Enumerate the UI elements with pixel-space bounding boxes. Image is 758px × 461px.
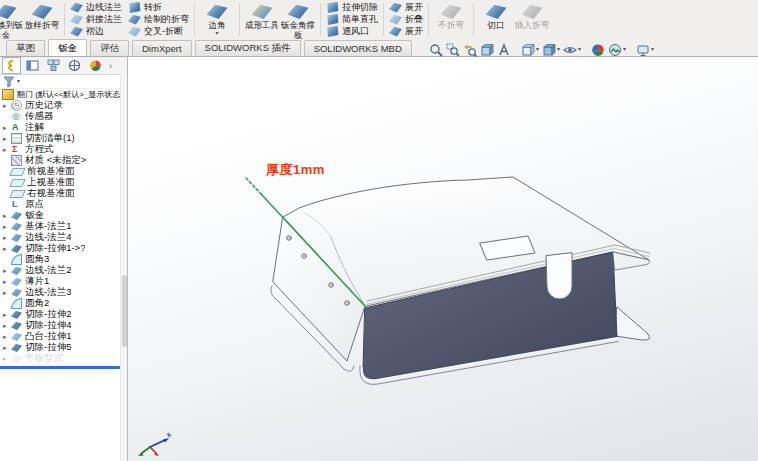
tree-item-equations[interactable]: 方程式	[0, 144, 127, 155]
rip-button[interactable]: 切口	[478, 0, 514, 39]
tree-item-cut-extrude5[interactable]: 切除-拉伸5	[0, 342, 127, 353]
view-settings-icon[interactable]	[635, 43, 650, 57]
dropdown-caret-icon[interactable]: ▾	[17, 79, 20, 84]
zoom-fit-icon[interactable]	[428, 43, 443, 57]
tree-item-edge-flange3[interactable]: 边线-法兰3	[0, 287, 127, 298]
forming-tool-button[interactable]: 成形工具	[244, 0, 280, 39]
panel-tabs-overflow-button[interactable]	[109, 61, 112, 71]
tab-evaluate[interactable]: 评估	[90, 40, 129, 56]
group-separator	[194, 3, 195, 36]
flange-hole[interactable]	[302, 254, 307, 259]
3d-model[interactable]	[128, 57, 758, 461]
u-slot[interactable]	[546, 253, 572, 299]
flange-hole[interactable]	[345, 301, 350, 306]
flatten-button[interactable]: 展开	[387, 26, 425, 37]
tree-item-edge-flange2[interactable]: 边线-法兰2	[0, 265, 127, 276]
tree-item-front-plane[interactable]: 前视基准面	[0, 166, 127, 177]
group-separator	[64, 3, 65, 36]
extruded-cut-icon	[326, 2, 339, 14]
base-flange-icon	[11, 222, 22, 232]
tree-item-fillet2[interactable]: 圆角2	[0, 298, 127, 309]
edge-flange-icon	[11, 266, 22, 276]
tree-item-flat-pattern[interactable]: 平板型式	[0, 353, 127, 364]
fold-button[interactable]: 折叠	[387, 14, 425, 25]
tree-item-sheetmetal[interactable]: 钣金	[0, 210, 127, 221]
vent-button[interactable]: 通风口	[324, 26, 380, 37]
sketched-bend-icon	[128, 14, 141, 26]
edit-appearance-icon[interactable]	[590, 43, 605, 57]
group-separator	[428, 3, 429, 36]
tree-item-boss-extrude1[interactable]: 凸台-拉伸1	[0, 331, 127, 342]
model-right-tab[interactable]	[615, 307, 650, 340]
dimxpertmanager-tab[interactable]	[65, 57, 84, 74]
feature-tree: 翻门 (默认<<默认>_显示状态 1>)->? 历史记录 传感器 注解 切割清单…	[0, 89, 127, 369]
tree-item-base-flange1[interactable]: 基体-法兰1	[0, 221, 127, 232]
tree-item-tab1[interactable]: 薄片1	[0, 276, 127, 287]
insert-bends-button: 插入折弯	[514, 0, 550, 39]
lofted-bend-button[interactable]: 放样折弯	[24, 0, 60, 39]
tree-item-cutlist[interactable]: 切割清单(1)	[0, 133, 127, 144]
extruded-cut-button[interactable]: 拉伸切除	[324, 2, 380, 13]
tree-item-fillet3[interactable]: 圆角3	[0, 254, 127, 265]
dropdown-caret-icon[interactable]: ▾	[651, 47, 654, 52]
tree-item-sensors[interactable]: 传感器	[0, 111, 127, 122]
tree-item-origin[interactable]: 原点	[0, 199, 127, 210]
scrollbar-thumb[interactable]	[122, 275, 127, 347]
rollback-bar[interactable]	[0, 366, 121, 369]
tab-sheetmetal[interactable]: 钣金	[48, 39, 87, 56]
displaymanager-tab[interactable]	[86, 57, 105, 74]
sheetmetal-gusset-button[interactable]: 钣金角撑板	[280, 0, 316, 39]
hem-button[interactable]: 褶边	[68, 26, 124, 37]
tree-item-top-plane[interactable]: 上视基准面	[0, 177, 127, 188]
sheetmetal-gusset-icon	[288, 3, 309, 20]
sketched-bend-button[interactable]: 绘制的折弯	[126, 14, 191, 25]
plane-icon	[9, 179, 25, 187]
tree-item-annotations[interactable]: 注解	[0, 122, 127, 133]
tree-item-cut-extrude1[interactable]: 切除-拉伸1->?	[0, 243, 127, 254]
filter-funnel-icon[interactable]	[3, 76, 15, 88]
dropdown-caret-icon[interactable]: ▾	[215, 31, 218, 36]
tree-item-cut-extrude4[interactable]: 切除-拉伸4	[0, 320, 127, 331]
tab-sketch[interactable]: 草图	[6, 40, 45, 56]
section-view-icon[interactable]	[479, 43, 494, 57]
tree-item-cut-extrude2[interactable]: 切除-拉伸2	[0, 309, 127, 320]
cross-break-button[interactable]: 交叉-折断	[126, 26, 191, 37]
jog-button[interactable]: 转折	[126, 2, 191, 13]
dropdown-caret-icon[interactable]: ▾	[557, 47, 560, 52]
dropdown-caret-icon[interactable]: ▾	[623, 47, 626, 52]
tab-solidworks-mbd[interactable]: SOLIDWORKS MBD	[304, 40, 412, 56]
propertymanager-tab[interactable]	[23, 57, 42, 74]
flange-hole[interactable]	[329, 283, 334, 288]
tree-item-material[interactable]: 材质 <未指定>	[0, 155, 127, 166]
tree-item-right-plane[interactable]: 右视基准面	[0, 188, 127, 199]
dropdown-caret-icon[interactable]: ▾	[578, 47, 581, 52]
view-orientation-icon[interactable]	[520, 43, 535, 57]
display-style-icon[interactable]	[541, 43, 556, 57]
tree-item-history[interactable]: 历史记录	[0, 100, 127, 111]
commandmanager-tabs: 草图 钣金 评估 DimXpert SOLIDWORKS 插件 SOLIDWOR…	[6, 39, 415, 56]
configurationmanager-tab[interactable]	[44, 57, 63, 74]
miter-flange-button[interactable]: 斜接法兰	[68, 14, 124, 25]
convert-to-sheetmetal-button[interactable]: 转换到钣金	[0, 0, 24, 39]
graphics-area[interactable]: 厚度1mm	[128, 57, 758, 461]
previous-view-icon[interactable]	[462, 43, 477, 57]
cut-extrude-icon	[11, 321, 22, 331]
simple-hole-button[interactable]: 简单直孔	[324, 14, 380, 25]
edge-flange-button[interactable]: 边线法兰	[68, 2, 124, 13]
unfold-button[interactable]: 展开	[387, 2, 425, 13]
apply-scene-icon[interactable]	[607, 43, 622, 57]
hide-show-items-icon[interactable]	[562, 43, 577, 57]
dropdown-caret-icon[interactable]: ▾	[536, 47, 539, 52]
zoom-area-icon[interactable]	[445, 43, 460, 57]
convert-to-sheetmetal-icon	[0, 3, 17, 20]
flange-hole[interactable]	[287, 236, 292, 241]
annotation-views-icon[interactable]	[496, 43, 511, 57]
tree-scrollbar[interactable]	[120, 74, 127, 461]
sketch-line[interactable]	[246, 178, 262, 195]
tab-solidworks-addins[interactable]: SOLIDWORKS 插件	[195, 40, 301, 56]
tab-dimxpert[interactable]: DimXpert	[132, 40, 192, 56]
featuremanager-tree-tab[interactable]	[2, 57, 21, 74]
corner-button[interactable]: 边角 ▾	[199, 0, 235, 39]
tree-item-edge-flange4[interactable]: 边线-法兰4	[0, 232, 127, 243]
tree-root-part[interactable]: 翻门 (默认<<默认>_显示状态 1>)->?	[0, 89, 127, 100]
